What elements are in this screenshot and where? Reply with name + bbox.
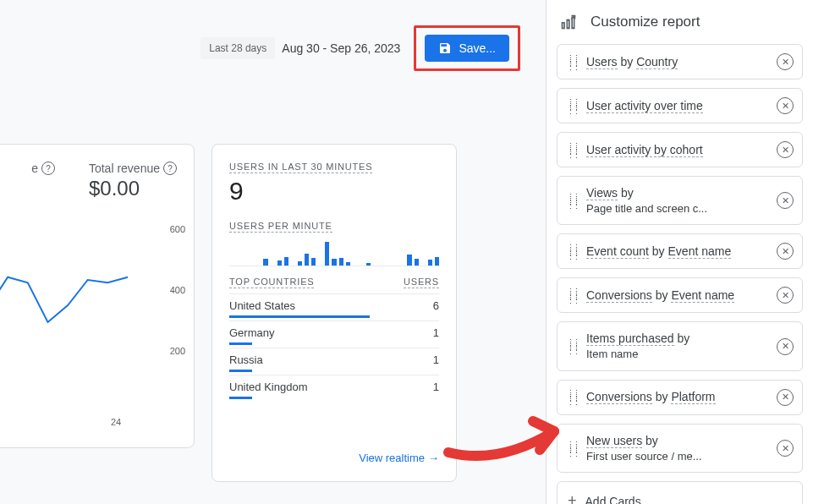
report-card-item[interactable]: Event count by Event name✕ <box>557 233 803 269</box>
total-revenue-label: Total revenue <box>89 162 160 175</box>
drag-handle-icon[interactable] <box>566 100 578 112</box>
bar <box>277 260 282 266</box>
card-label: Items purchased byItem name <box>586 331 768 361</box>
country-row: United States6 <box>229 293 439 320</box>
y-tick: 200 <box>170 346 185 356</box>
bar <box>263 259 267 266</box>
y-tick: 400 <box>170 285 185 295</box>
remove-card-button[interactable]: ✕ <box>777 141 794 158</box>
add-cards-label: Add Cards <box>585 495 641 504</box>
card-label: Views byPage title and screen c... <box>586 185 768 216</box>
bar <box>305 254 309 266</box>
drag-handle-icon[interactable] <box>566 194 578 207</box>
remove-card-button[interactable]: ✕ <box>777 97 794 114</box>
card-label: User activity over time <box>586 98 768 114</box>
drag-handle-icon[interactable] <box>566 340 578 353</box>
card-label: User activity by cohort <box>586 142 768 158</box>
users-per-minute-label: USERS PER MINUTE <box>229 221 332 233</box>
metric1-label: e <box>31 162 38 175</box>
bar <box>311 258 316 266</box>
country-users: 1 <box>433 381 439 393</box>
date-range[interactable]: Aug 30 - Sep 26, 2023 <box>282 41 400 55</box>
revenue-card: e ? Total revenue ? $0.00 600 400 <box>0 144 195 448</box>
country-name: Russia <box>229 353 263 366</box>
panel-title: Customize report <box>591 14 700 30</box>
bar <box>332 259 336 266</box>
card-label: Conversions by Event name <box>586 288 768 304</box>
remove-card-button[interactable]: ✕ <box>777 287 794 304</box>
remove-card-button[interactable]: ✕ <box>777 338 794 355</box>
bar <box>428 260 432 266</box>
country-users: 1 <box>433 353 439 366</box>
country-name: United States <box>229 299 295 312</box>
report-card-item[interactable]: User activity by cohort✕ <box>557 132 803 167</box>
plus-icon: + <box>568 492 577 504</box>
report-card-item[interactable]: Conversions by Event name✕ <box>557 277 803 313</box>
remove-card-button[interactable]: ✕ <box>777 192 794 209</box>
users-col-label: USERS <box>404 277 439 288</box>
users-per-minute-bars <box>229 236 439 266</box>
top-countries-label: TOP COUNTRIES <box>229 277 314 288</box>
save-highlight-box: Save... <box>414 25 520 71</box>
country-row: Russia1 <box>229 348 439 375</box>
date-last28-chip[interactable]: Last 28 days <box>201 37 275 59</box>
country-row: Germany1 <box>229 320 439 348</box>
users-30min-value: 9 <box>229 177 439 205</box>
remove-card-button[interactable]: ✕ <box>777 243 794 260</box>
drag-handle-icon[interactable] <box>566 144 578 156</box>
remove-card-button[interactable]: ✕ <box>777 389 794 406</box>
bar <box>339 258 343 266</box>
svg-rect-1 <box>567 20 569 29</box>
total-revenue-value: $0.00 <box>89 177 177 200</box>
report-card-item[interactable]: Items purchased byItem name✕ <box>557 321 803 370</box>
card-label: Conversions by Platform <box>586 389 768 405</box>
drag-handle-icon[interactable] <box>566 289 578 302</box>
bar <box>366 263 371 266</box>
remove-card-button[interactable]: ✕ <box>777 440 794 457</box>
arrow-right-icon: → <box>428 452 439 464</box>
customize-report-panel: Customize report Users by Country✕User a… <box>546 0 813 504</box>
card-label: Event count by Event name <box>586 244 768 260</box>
view-realtime-link[interactable]: View realtime → <box>229 452 439 464</box>
realtime-card: USERS IN LAST 30 MINUTES 9 USERS PER MIN… <box>211 144 457 482</box>
report-card-item[interactable]: User activity over time✕ <box>557 88 803 123</box>
bar <box>346 262 350 266</box>
save-label: Save... <box>459 41 496 55</box>
y-tick: 600 <box>170 224 185 234</box>
country-users: 1 <box>433 326 439 339</box>
country-users: 6 <box>433 299 439 312</box>
card-label: Users by Country <box>586 54 768 70</box>
line-chart: 600 400 200 7 24 <box>0 229 185 414</box>
bar <box>407 255 411 266</box>
report-card-item[interactable]: Conversions by Platform✕ <box>557 380 803 415</box>
drag-handle-icon[interactable] <box>566 442 578 455</box>
save-button[interactable]: Save... <box>425 35 509 62</box>
users-30min-label: USERS IN LAST 30 MINUTES <box>229 162 372 173</box>
country-name: Germany <box>229 326 274 339</box>
drag-handle-icon[interactable] <box>566 56 578 68</box>
report-card-item[interactable]: Views byPage title and screen c...✕ <box>557 176 803 225</box>
report-card-item[interactable]: New users byFirst user source / me...✕ <box>557 424 803 473</box>
bar <box>284 257 288 266</box>
bar <box>298 261 302 266</box>
card-label: New users byFirst user source / me... <box>586 433 768 463</box>
country-name: United Kingdom <box>229 381 308 393</box>
view-realtime-label: View realtime <box>359 452 425 464</box>
svg-rect-0 <box>563 23 565 29</box>
bar <box>415 259 419 266</box>
drag-handle-icon[interactable] <box>566 245 578 258</box>
report-card-item[interactable]: Users by Country✕ <box>557 44 803 79</box>
country-row: United Kingdom1 <box>229 375 439 402</box>
add-cards-button[interactable]: + Add Cards <box>557 481 803 504</box>
remove-card-button[interactable]: ✕ <box>777 53 794 70</box>
bar <box>435 257 439 266</box>
bar <box>325 242 329 266</box>
drag-handle-icon[interactable] <box>566 391 578 403</box>
x-tick: 24 <box>111 417 121 427</box>
customize-icon <box>560 14 577 30</box>
help-icon[interactable]: ? <box>41 162 55 175</box>
save-icon <box>438 41 452 55</box>
help-icon[interactable]: ? <box>163 162 177 175</box>
